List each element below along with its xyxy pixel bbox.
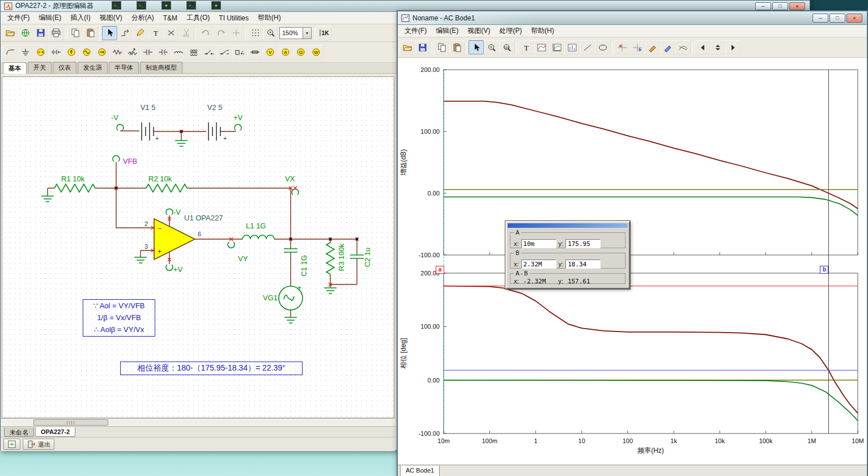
copy-button[interactable] [67, 26, 83, 40]
print-button[interactable] [48, 26, 63, 40]
menu-edit[interactable]: 编辑(E) [431, 24, 463, 37]
curve-style-button[interactable] [534, 40, 549, 54]
resistor-r3[interactable] [326, 243, 334, 274]
vfb-pin-icon[interactable] [113, 156, 120, 162]
tab-basic[interactable]: 基本 [3, 62, 27, 74]
cursor-panel-titlebar[interactable] [508, 223, 628, 228]
phase-margin-annotation[interactable]: 相位裕度：180-（175.95-18.34）= 22.39° [120, 362, 303, 375]
zoom-100-button[interactable]: 100 [499, 40, 514, 54]
menu-file[interactable]: 文件(F) [3, 11, 34, 24]
electrolytic-capacitor-icon[interactable] [155, 45, 171, 60]
ground-symbol[interactable] [134, 257, 147, 263]
copy-button[interactable] [434, 40, 449, 54]
resistor-r2[interactable] [146, 184, 187, 192]
tab-switches[interactable]: 开关 [28, 62, 52, 73]
marker-red-button[interactable] [645, 40, 660, 54]
battery-v1[interactable] [142, 122, 154, 141]
legend-button[interactable] [564, 40, 580, 54]
menu-edit[interactable]: 编辑(E) [34, 11, 66, 24]
prev-page-button[interactable] [695, 40, 710, 54]
marker-blue-button[interactable] [660, 40, 675, 54]
relay-icon[interactable] [232, 45, 247, 60]
ground-symbol[interactable] [175, 141, 188, 146]
inductor-icon[interactable] [171, 45, 186, 60]
voltmeter-icon[interactable]: V [262, 45, 278, 60]
vx-pin-icon[interactable] [292, 189, 299, 195]
desktop-shortcut-icon[interactable]: >_ [112, 1, 121, 10]
tangent-tool-button[interactable] [675, 40, 691, 54]
bode-close-button[interactable]: × [846, 14, 862, 23]
formula-annotation[interactable]: ∵ Aol = VY/VFB 1/β = Vx/VFB ∴ Aolβ = VY/… [83, 299, 155, 337]
desktop-shortcut-icon[interactable]: ◆ [161, 1, 171, 10]
h-scroll-thumb[interactable] [33, 419, 108, 426]
menu-analysis[interactable]: 分析(A) [127, 11, 159, 24]
bode-minimize-button[interactable]: ─ [812, 14, 828, 23]
cursor-b-handle[interactable]: b [820, 266, 828, 274]
menu-ti-utilities[interactable]: TI Utilities [214, 12, 253, 24]
grid-button[interactable] [248, 26, 263, 40]
tab-semiconductors[interactable]: 半导体 [109, 62, 139, 73]
bode-titlebar[interactable]: Noname - AC Bode1 ─ □ × [398, 11, 867, 25]
ground-symbol[interactable] [324, 288, 337, 294]
cursor-b-button[interactable]: b [629, 40, 645, 54]
menu-view[interactable]: 视图(V) [463, 24, 495, 37]
zoom-button[interactable] [263, 26, 278, 40]
sheet-tab-opa227-2[interactable]: OPA227-2 [35, 427, 75, 437]
ammeter-icon[interactable]: A [278, 45, 293, 60]
capacitor-c1[interactable] [284, 249, 297, 252]
bode-maximize-button[interactable]: □ [829, 14, 845, 23]
battery-v2[interactable] [209, 122, 220, 141]
current-source-icon[interactable] [63, 45, 79, 60]
ground-symbol[interactable] [41, 196, 54, 202]
spdt-switch-icon[interactable] [216, 45, 232, 60]
resistor-icon[interactable] [109, 45, 125, 60]
desktop-shortcut-icon[interactable]: >_ [137, 1, 146, 10]
axis-settings-button[interactable] [549, 40, 564, 54]
cursor-a-y-input[interactable] [565, 239, 601, 248]
potentiometer-icon[interactable] [125, 45, 140, 60]
cut-button[interactable] [178, 26, 194, 40]
voltage-generator-icon[interactable] [79, 45, 94, 60]
text-tool-button[interactable]: T [148, 26, 163, 40]
exit-button[interactable]: 退出 [23, 439, 54, 450]
zoom-level-combo[interactable]: 150% ▼ [279, 27, 312, 39]
menu-tools[interactable]: 工具(O) [182, 11, 214, 24]
web-button[interactable] [18, 26, 33, 40]
tab-meters[interactable]: 仪表 [53, 62, 76, 73]
chevron-down-icon[interactable]: ▼ [303, 28, 311, 39]
cursor-a-button[interactable]: a [614, 40, 629, 54]
open-button[interactable] [2, 26, 18, 40]
menu-view[interactable]: 视图(V) [95, 11, 127, 24]
bode-chart-area[interactable]: 200.00100.000.00-100.00增益(dB)200.00100.0… [398, 58, 867, 465]
wire-component-icon[interactable] [2, 45, 18, 60]
ellipse-tool-button[interactable] [595, 40, 610, 54]
desktop-shortcut-icon[interactable]: ◆ [211, 1, 221, 10]
vy-pin-icon[interactable] [228, 242, 235, 248]
battery-icon[interactable] [48, 45, 63, 60]
editor-minimize-button[interactable]: ─ [755, 2, 771, 10]
select-cursor-button[interactable] [102, 26, 117, 40]
pencil-tool-button[interactable] [133, 26, 148, 40]
editor-maximize-button[interactable]: □ [772, 2, 788, 10]
page-spinner[interactable] [710, 40, 725, 54]
voltage-source-icon[interactable] [33, 45, 48, 60]
crosshair-button[interactable] [228, 26, 244, 40]
save-button[interactable] [33, 26, 48, 40]
interactive-mode-button[interactable]: 1K [317, 26, 332, 40]
editor-close-button[interactable]: × [789, 2, 805, 10]
menu-help[interactable]: 帮助(H) [526, 24, 559, 37]
paste-button[interactable] [449, 40, 465, 54]
tab-manufacturer-models[interactable]: 制造商模型 [140, 62, 182, 73]
fuse-icon[interactable] [247, 45, 262, 60]
inductor-l1[interactable] [242, 235, 274, 239]
transformer-icon[interactable] [186, 45, 201, 60]
menu-file[interactable]: 文件(F) [400, 24, 431, 37]
redo-button[interactable] [213, 26, 228, 40]
capacitor-icon[interactable] [140, 45, 155, 60]
opamp-neg-supply-pin-icon[interactable] [166, 209, 173, 215]
schematic-canvas[interactable]: -V V1 5 V2 5 +V + + VFB R1 10k R2 10k VX… [2, 76, 394, 418]
open-button[interactable] [399, 40, 415, 54]
wattmeter-icon[interactable]: W [308, 45, 324, 60]
neg-rail-pin-icon[interactable] [117, 125, 124, 130]
cursor-a-x-input[interactable] [521, 239, 556, 248]
